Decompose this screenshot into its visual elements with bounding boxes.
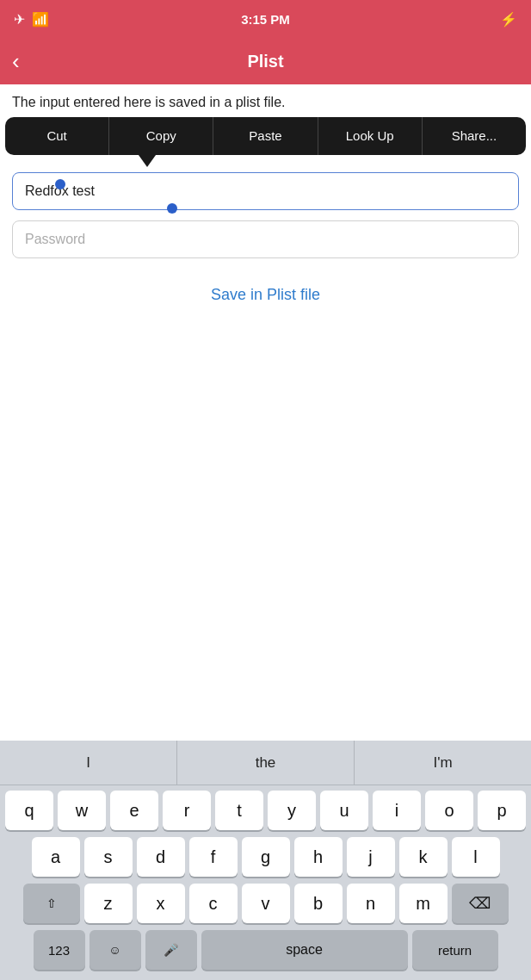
predictive-item-0[interactable]: I [0, 741, 177, 785]
key-n[interactable]: n [347, 884, 395, 923]
keyboard-area: I the I'm q w e r t y u i o p a s d f g … [0, 741, 531, 980]
name-input[interactable] [12, 172, 519, 210]
key-row-2: a s d f g h j k l [3, 837, 528, 877]
key-i[interactable]: i [373, 791, 421, 830]
airplane-icon: ✈ [14, 11, 25, 28]
key-row-3: ⇧ z x c v b n m ⌫ [3, 884, 528, 923]
status-right: ⚡ [500, 11, 517, 28]
lookup-button[interactable]: Look Up [318, 117, 423, 155]
key-o[interactable]: o [425, 791, 473, 830]
key-u[interactable]: u [320, 791, 368, 830]
key-d[interactable]: d [137, 837, 185, 877]
description-text: The input entered here is saved in a pli… [0, 84, 531, 117]
cut-button[interactable]: Cut [5, 117, 109, 155]
key-e[interactable]: e [110, 791, 158, 830]
save-plist-button[interactable]: Save in Plist file [12, 286, 519, 304]
key-v[interactable]: v [242, 884, 290, 923]
key-z[interactable]: z [84, 884, 133, 923]
emoji-key[interactable]: ☺ [90, 930, 141, 970]
share-button[interactable]: Share... [423, 117, 526, 155]
shift-key[interactable]: ⇧ [23, 884, 80, 923]
return-key[interactable]: return [412, 930, 498, 970]
copy-button[interactable]: Copy [109, 117, 213, 155]
paste-button[interactable]: Paste [213, 117, 318, 155]
password-input[interactable] [12, 220, 519, 258]
key-a[interactable]: a [32, 837, 80, 877]
key-j[interactable]: j [347, 837, 395, 877]
keys-area: q w e r t y u i o p a s d f g h j k l ⇧ … [0, 785, 531, 980]
key-b[interactable]: b [294, 884, 343, 923]
predictive-item-1[interactable]: the [177, 741, 355, 785]
key-s[interactable]: s [84, 837, 133, 877]
key-w[interactable]: w [58, 791, 106, 830]
number-key[interactable]: 123 [34, 930, 85, 970]
nav-title: Plist [247, 52, 283, 71]
key-p[interactable]: p [478, 791, 526, 830]
predictive-item-2[interactable]: I'm [355, 741, 531, 785]
key-l[interactable]: l [452, 837, 500, 877]
back-button[interactable]: ‹ [12, 48, 20, 75]
key-c[interactable]: c [189, 884, 238, 923]
wifi-icon: 📶 [32, 11, 49, 28]
status-left: ✈ 📶 [14, 11, 49, 28]
battery-icon: ⚡ [500, 11, 517, 28]
status-time: 3:15 PM [241, 12, 290, 27]
nav-bar: ‹ Plist [0, 38, 531, 84]
mic-key[interactable]: 🎤 [145, 930, 197, 970]
key-t[interactable]: t [215, 791, 263, 830]
name-field-wrapper [12, 172, 519, 220]
key-row-4: 123 ☺ 🎤 space return [3, 930, 528, 970]
fields-container: Save in Plist file [0, 155, 531, 304]
key-m[interactable]: m [399, 884, 448, 923]
main-content: The input entered here is saved in a pli… [0, 84, 531, 304]
key-row-1: q w e r t y u i o p [3, 791, 528, 830]
space-key[interactable]: space [201, 930, 408, 970]
context-menu: Cut Copy Paste Look Up Share... [5, 117, 526, 155]
key-r[interactable]: r [163, 791, 211, 830]
selection-start-dot [55, 179, 65, 189]
key-k[interactable]: k [399, 837, 448, 877]
status-bar: ✈ 📶 3:15 PM ⚡ [0, 0, 531, 38]
key-f[interactable]: f [189, 837, 238, 877]
selection-end-dot [167, 203, 177, 214]
key-x[interactable]: x [137, 884, 185, 923]
predictive-bar: I the I'm [0, 741, 531, 785]
key-q[interactable]: q [5, 791, 53, 830]
key-y[interactable]: y [268, 791, 316, 830]
key-h[interactable]: h [294, 837, 343, 877]
delete-key[interactable]: ⌫ [452, 884, 509, 923]
key-g[interactable]: g [242, 837, 290, 877]
